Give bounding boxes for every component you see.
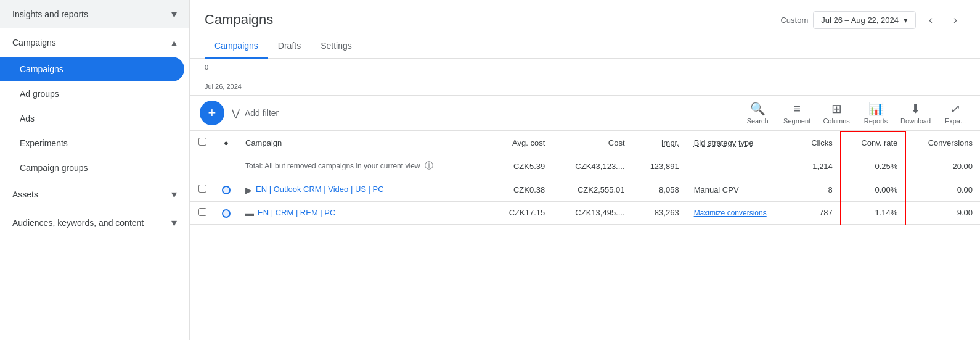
total-status-cell — [214, 154, 238, 178]
table-header: ● Campaign Avg. cost Cost Impr. — [190, 131, 980, 154]
toolbar-actions: 🔍Search≡Segment⊞Columns📊Reports⬇Download… — [743, 101, 970, 125]
reports-icon: 📊 — [868, 101, 884, 116]
clicks-header: Clicks — [795, 131, 841, 154]
chart-area: 0 Jul 26, 2024 — [190, 59, 980, 96]
status-circle-header: ● — [224, 138, 229, 147]
filter-icon: ⋁ — [232, 107, 240, 119]
status-header: ● — [214, 131, 238, 154]
toolbar-expand-button[interactable]: ⤢Expa... — [941, 101, 970, 125]
toolbar-download-button[interactable]: ⬇Download — [900, 101, 931, 125]
total-label-cell: Total: All but removed campaigns in your… — [238, 154, 489, 178]
select-all-checkbox[interactable] — [198, 138, 206, 146]
chevron-down-icon: ▾ — [171, 7, 177, 21]
bid-strategy-link[interactable]: Maximize conversions — [694, 209, 767, 217]
row-bid-strategy: Manual CPV — [687, 178, 795, 202]
total-cost: CZK43,123.... — [552, 154, 632, 178]
sidebar-item-label: Ad groups — [20, 89, 59, 99]
tab-settings[interactable]: Settings — [311, 35, 362, 59]
row-checkbox[interactable] — [198, 185, 206, 193]
campaign-link[interactable]: EN | Outlook CRM | Video | US | PC — [256, 185, 384, 194]
row-conv-rate: 1.14% — [841, 201, 905, 225]
expand-icon: ⤢ — [950, 101, 961, 116]
sidebar-item-ad-groups[interactable]: Ad groups — [0, 81, 189, 106]
total-conv-rate: 0.25% — [841, 154, 905, 178]
row-bid-strategy: Maximize conversions — [687, 201, 795, 225]
toolbar-reports-button[interactable]: 📊Reports — [861, 101, 891, 125]
chevron-up-icon: ▴ — [171, 36, 177, 49]
sidebar-item-ads[interactable]: Ads — [0, 106, 189, 131]
row-conversions: 0.00 — [905, 178, 980, 202]
row-checkbox-cell — [190, 178, 214, 202]
sidebar-item-assets[interactable]: Assets▾ — [0, 180, 189, 209]
sidebar-item-label: Experiments — [20, 138, 68, 148]
total-avg-cost: CZK5.39 — [489, 154, 552, 178]
toolbar-expand-label: Expa... — [945, 117, 966, 125]
custom-label: Custom — [780, 15, 808, 25]
search-icon: 🔍 — [750, 101, 766, 116]
total-checkbox-cell — [190, 154, 214, 178]
sidebar-item-insights-reports[interactable]: Insights and reports▾ — [0, 0, 189, 28]
sidebar-item-campaign-groups[interactable]: Campaign groups — [0, 155, 189, 180]
toolbar-reports-label: Reports — [864, 117, 888, 125]
conversions-header: Conversions — [905, 131, 980, 154]
campaign-link[interactable]: EN | CRM | REM | PC — [258, 208, 335, 217]
toolbar-search-label: Search — [747, 117, 769, 125]
total-clicks: 1,214 — [795, 154, 841, 178]
table-row: ▬EN | CRM | REM | PCCZK17.15CZK13,495...… — [190, 201, 980, 225]
select-all-header — [190, 131, 214, 154]
toolbar-download-label: Download — [900, 117, 931, 125]
sidebar-item-label: Ads — [20, 114, 35, 123]
row-avg-cost: CZK0.38 — [489, 178, 552, 202]
row-conversions: 9.00 — [905, 201, 980, 225]
page-header: Campaigns Custom Jul 26 – Aug 22, 2024 ▾… — [190, 0, 980, 35]
filter-area[interactable]: ⋁ Add filter — [232, 107, 735, 119]
row-impr: 8,058 — [632, 178, 687, 202]
toolbar-segment-label: Segment — [783, 117, 811, 125]
filter-label: Add filter — [245, 108, 279, 118]
sidebar-item-experiments[interactable]: Experiments — [0, 131, 189, 155]
chart-zero-label: 0 — [205, 64, 208, 71]
date-range-label: Jul 26 – Aug 22, 2024 — [821, 15, 899, 25]
row-checkbox[interactable] — [198, 208, 206, 216]
row-cost: CZK13,495.... — [552, 201, 632, 225]
sidebar-item-label: Audiences, keywords, and content — [12, 218, 144, 228]
sidebar-item-campaigns[interactable]: Campaigns — [0, 57, 184, 81]
row-cost: CZK2,555.01 — [552, 178, 632, 202]
toolbar-search-button[interactable]: 🔍Search — [743, 101, 772, 125]
chart-date-label: Jul 26, 2024 — [205, 83, 242, 90]
tab-campaigns[interactable]: Campaigns — [205, 35, 268, 59]
video-icon: ▶ — [245, 185, 252, 195]
table-body: Total: All but removed campaigns in your… — [190, 154, 980, 225]
prev-period-button[interactable]: ‹ — [921, 10, 941, 30]
chevron-down-icon: ▾ — [171, 216, 177, 230]
sidebar-item-audiences[interactable]: Audiences, keywords, and content▾ — [0, 209, 189, 237]
add-campaign-button[interactable]: + — [200, 101, 224, 125]
date-picker-button[interactable]: Jul 26 – Aug 22, 2024 ▾ — [813, 11, 916, 29]
display-icon: ▬ — [245, 208, 254, 218]
impr-header: Impr. — [632, 131, 687, 154]
toolbar-segment-button[interactable]: ≡Segment — [782, 102, 812, 125]
campaigns-table-container: ● Campaign Avg. cost Cost Impr. — [190, 131, 980, 340]
download-icon: ⬇ — [910, 101, 921, 116]
total-bid-strategy — [687, 154, 795, 178]
sidebar-item-label: Assets — [12, 189, 38, 199]
status-pause-icon — [222, 209, 231, 218]
tab-drafts[interactable]: Drafts — [268, 35, 311, 59]
header-row: ● Campaign Avg. cost Cost Impr. — [190, 131, 980, 154]
status-pause-icon — [222, 186, 231, 194]
row-status-cell — [214, 178, 238, 202]
main-content: Campaigns Custom Jul 26 – Aug 22, 2024 ▾… — [190, 0, 980, 340]
columns-icon: ⊞ — [831, 101, 842, 116]
avg-cost-header: Avg. cost — [489, 131, 552, 154]
segment-icon: ≡ — [793, 102, 801, 116]
row-avg-cost: CZK17.15 — [489, 201, 552, 225]
total-impr: 123,891 — [632, 154, 687, 178]
sidebar-item-campaigns-group[interactable]: Campaigns▴ — [0, 28, 189, 57]
toolbar-columns-button[interactable]: ⊞Columns — [822, 101, 851, 125]
sidebar-item-label: Campaigns — [12, 38, 56, 48]
campaign-header: Campaign — [238, 131, 489, 154]
campaign-name-cell: ▶EN | Outlook CRM | Video | US | PC — [238, 178, 489, 202]
row-impr: 83,263 — [632, 201, 687, 225]
next-period-button[interactable]: › — [945, 10, 965, 30]
toolbar: + ⋁ Add filter 🔍Search≡Segment⊞Columns📊R… — [190, 96, 980, 131]
